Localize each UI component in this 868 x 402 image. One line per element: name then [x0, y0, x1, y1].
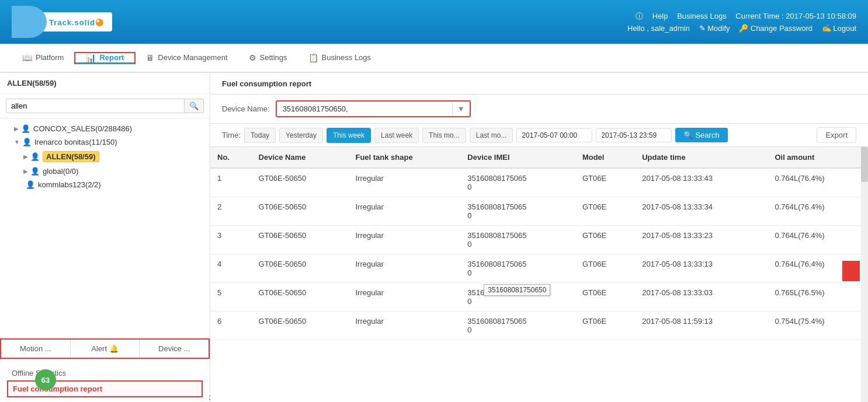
nav-device-management[interactable]: 🖥 Device Management — [136, 44, 238, 72]
search-button[interactable]: 🔍 Search — [675, 128, 727, 142]
report-icon: 📊 — [86, 53, 96, 62]
green-circle-badge: 63 — [35, 369, 56, 390]
search-btn-label: Search — [695, 131, 719, 139]
cell-model: GT06E — [575, 312, 635, 340]
last-month-button[interactable]: Last mo... — [470, 128, 513, 143]
business-logs-header-link[interactable]: Business Logs — [677, 12, 727, 20]
cell-update-time: 2017-05-08 13:33:03 — [635, 283, 768, 312]
imei-tooltip: 351608081750650 — [484, 284, 550, 296]
col-fuel-shape: Fuel tank shape — [348, 147, 460, 168]
cell-model: GT06E — [575, 197, 635, 226]
tree-item-irenarco[interactable]: ▼ 👤 Irenarco bonitas(11/150) — [0, 135, 210, 149]
sidebar-menu: Offline Statistics Fuel consumption repo… — [0, 361, 210, 402]
cell-device: GT06E-50650 — [252, 254, 349, 283]
sidebar-search-button[interactable]: 🔍 — [185, 99, 204, 113]
table-header-row: No. Device Name Fuel tank shape Device I… — [210, 147, 868, 168]
content-area: Fuel consumption report Device Name: ▼ T… — [210, 73, 868, 402]
cell-device: GT06E-50650 — [252, 312, 349, 340]
cell-update-time: 2017-05-08 11:59:13 — [635, 312, 768, 340]
sidebar: ALLEN(58/59) 🔍 ▶ 👤 CONCOX_SALES(0/288486… — [0, 73, 210, 402]
cell-fuel-shape: Irregular — [348, 168, 460, 197]
sidebar-tab-motion[interactable]: Motion ... — [1, 340, 71, 358]
table-row: 5 GT06E-50650 Irregular 351608081750650 … — [210, 283, 868, 312]
nav-settings[interactable]: ⚙ Settings — [238, 44, 298, 72]
cell-model: GT06E — [575, 168, 635, 197]
cell-no: 1 — [210, 168, 252, 197]
tree-item-kommlabs[interactable]: 👤 kommlabs123(2/2) — [0, 178, 210, 191]
logo-text: Track.solid◕ — [41, 12, 112, 32]
change-password-link[interactable]: 🔑 Change Password — [739, 24, 813, 33]
scroll-thumb — [861, 147, 868, 182]
app-header: Track.solid◕ ⓘ Help Business Logs Curren… — [0, 0, 868, 44]
dropdown-arrow-icon[interactable]: ▼ — [452, 102, 470, 116]
header-top-row: ⓘ Help Business Logs Current Time : 2017… — [627, 11, 856, 22]
help-link[interactable]: Help — [652, 12, 668, 20]
tree-area: ▶ 👤 CONCOX_SALES(0/288486) ▼ 👤 Irenarco … — [0, 118, 210, 336]
tree-label: Irenarco bonitas(11/150) — [34, 138, 117, 146]
cell-imei: 351608081750650 — [460, 168, 575, 197]
header-right: ⓘ Help Business Logs Current Time : 2017… — [627, 11, 856, 33]
cell-fuel-shape: Irregular — [348, 254, 460, 283]
tree-arrow: ▼ — [14, 139, 20, 145]
table-row: 1 GT06E-50650 Irregular 351608081750650 … — [210, 168, 868, 197]
biz-logs-icon: 📋 — [308, 53, 318, 62]
cell-no: 6 — [210, 312, 252, 340]
logo-area: Track.solid◕ — [12, 6, 112, 38]
device-select-wrapper: ▼ — [276, 100, 471, 117]
tree-arrow: ▶ — [14, 125, 19, 132]
col-device-name: Device Name — [252, 147, 349, 168]
cell-update-time: 2017-05-08 13:33:13 — [635, 254, 768, 283]
cell-device: GT06E-50650 — [252, 197, 349, 226]
this-month-button[interactable]: This mo... — [422, 128, 466, 143]
nav-platform[interactable]: 📖 Platform — [12, 44, 74, 72]
logout-link[interactable]: ✍ Logout — [822, 24, 856, 33]
nav-bar: 📖 Platform 📊 Report 🖥 Device Management … — [0, 44, 868, 73]
nav-biz-logs-label: Business Logs — [322, 53, 371, 62]
yesterday-button[interactable]: Yesterday — [279, 128, 323, 143]
cell-imei: 351608081750650 — [460, 226, 575, 254]
cell-no: 5 — [210, 283, 252, 312]
tree-label: global(0/0) — [43, 167, 78, 176]
sidebar-tab-alert[interactable]: Alert 🔔 — [71, 340, 140, 358]
cell-update-time: 2017-05-08 13:33:34 — [635, 197, 768, 226]
nav-report[interactable]: 📊 Report — [75, 53, 134, 64]
nav-business-logs[interactable]: 📋 Business Logs — [298, 44, 382, 72]
filter-row-device: Device Name: ▼ — [210, 95, 868, 124]
nav-device-mgmt-label: Device Management — [158, 53, 227, 62]
table-row: 2 GT06E-50650 Irregular 351608081750650 … — [210, 197, 868, 226]
last-week-button[interactable]: Last week — [374, 128, 419, 143]
today-button[interactable]: Today — [244, 128, 276, 143]
current-time: Current Time : 2017-05-13 10:58:09 — [735, 12, 856, 20]
device-mgmt-icon: 🖥 — [146, 53, 154, 62]
cell-device: GT06E-50650 — [252, 226, 349, 254]
tree-item-global[interactable]: ▶ 👤 global(0/0) — [0, 165, 210, 178]
filter-row-time: Time: Today Yesterday This week Last wee… — [210, 124, 868, 147]
device-name-input[interactable] — [277, 102, 452, 116]
modify-link[interactable]: ✎ Modify — [699, 24, 730, 33]
this-week-button[interactable]: This week — [327, 128, 371, 143]
export-button[interactable]: Export — [817, 127, 856, 143]
header-bottom-row: Hello , sale_admin ✎ Modify 🔑 Change Pas… — [627, 24, 856, 33]
tree-item-concox[interactable]: ▶ 👤 CONCOX_SALES(0/288486) — [0, 122, 210, 135]
cell-update-time: 2017-05-08 13:33:23 — [635, 226, 768, 254]
col-no: No. — [210, 147, 252, 168]
device-name-label: Device Name: — [222, 104, 270, 113]
sidebar-search-input[interactable] — [6, 99, 185, 113]
tree-item-allen[interactable]: ▶ 👤 ALLEN(58/59) — [0, 149, 210, 165]
scroll-bar[interactable] — [861, 147, 868, 402]
sidebar-tab-device[interactable]: Device ... — [140, 340, 209, 358]
cell-no: 3 — [210, 226, 252, 254]
start-time-input[interactable] — [516, 128, 592, 142]
col-update-time: Update time — [635, 147, 768, 168]
table-row: 4 GT06E-50650 Irregular 351608081750650 … — [210, 254, 868, 283]
main-layout: ALLEN(58/59) 🔍 ▶ 👤 CONCOX_SALES(0/288486… — [0, 73, 868, 402]
cell-imei: 351608081750650 — [460, 312, 575, 340]
col-oil-amount: Oil amount — [768, 147, 868, 168]
hello-text: Hello , sale_admin — [627, 24, 690, 33]
cell-model: GT06E — [575, 226, 635, 254]
logo-blob — [12, 6, 47, 38]
red-square-annotation — [842, 261, 860, 281]
content-title: Fuel consumption report — [210, 73, 868, 95]
end-time-input[interactable] — [596, 128, 672, 142]
cell-device: GT06E-50650 — [252, 283, 349, 312]
